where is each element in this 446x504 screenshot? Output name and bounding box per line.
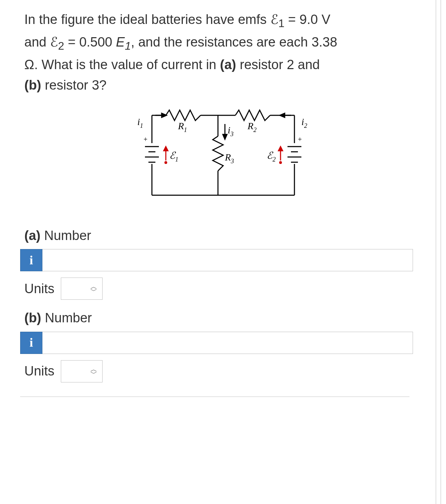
page-border-right-2 [440,0,441,504]
circuit-figure: + + i1 i2 i3 R1 R2 R3 ℰ1 ℰ2 [24,105,425,213]
part-b-units-row: Units ︿﹀ [24,360,425,382]
part-a-number-input[interactable] [42,249,413,271]
part-b-label: (b) Number [24,309,425,327]
part-b-units-label: Units [24,362,55,380]
info-icon: i [30,334,33,351]
emf1-value: 9.0 V [300,12,331,27]
label-i3: i3 [228,125,234,138]
plus-left: + [144,135,147,143]
svg-marker-12 [164,147,168,151]
part-b-tag: (b) [24,311,41,325]
part-a-number-row: i [20,249,413,271]
e1-sub: 1 [125,40,131,52]
part-a-tag: (a) [24,228,40,243]
part-a-inline: (a) [220,57,236,72]
part-b-units-select[interactable]: ︿﹀ [61,360,103,382]
svg-marker-2 [223,134,227,139]
emf2-sub: 2 [58,40,64,52]
info-icon: i [30,251,33,269]
label-r2: R2 [247,121,257,133]
plus-right: + [298,135,302,143]
svg-marker-1 [280,113,285,117]
circuit-svg: + + i1 i2 i3 R1 R2 R3 ℰ1 ℰ2 [121,105,329,213]
emf2-symbol: ℰ [50,35,58,49]
info-button-b[interactable]: i [20,332,42,354]
q-text: In the figure the ideal batteries have e… [24,12,270,27]
q-text: and [24,35,50,49]
part-a-units-row: Units ︿﹀ [24,278,425,300]
chevron-up-down-icon: ︿﹀ [90,367,97,375]
part-b-word: Number [45,311,92,325]
bottom-divider [20,396,409,397]
e1-symbol: E [116,35,125,49]
part-a-word: Number [44,228,91,243]
info-button-a[interactable]: i [20,249,42,271]
q-text: resistor 2 and [236,57,320,72]
q-text: , and the resistances are each 3.38 [131,35,338,49]
svg-marker-0 [162,113,167,117]
part-a-units-label: Units [24,280,55,298]
label-e1: ℰ1 [169,150,178,163]
q-text: Ω. What is the value of current in [24,57,220,72]
svg-marker-15 [278,147,283,151]
label-r3: R3 [225,152,234,165]
part-b-number-input[interactable] [42,332,413,354]
question-text: In the figure the ideal batteries have e… [24,10,425,94]
part-a-label: (a) Number [24,226,425,245]
page-border-right-1 [436,0,436,504]
chevron-up-down-icon: ︿﹀ [90,284,97,293]
emf1-symbol: ℰ [270,12,278,27]
svg-point-13 [164,161,167,164]
emf2-eq: = 0.500 [64,35,116,49]
emf1-sub: 1 [278,17,285,30]
q-text: resistor 3? [41,78,107,92]
part-b-number-row: i [20,332,413,354]
part-a-units-select[interactable]: ︿﹀ [61,278,103,300]
label-e2: ℰ2 [267,150,276,163]
eq: = [284,12,299,27]
label-i1: i1 [137,116,143,129]
label-r1: R1 [178,121,187,133]
part-b-inline: (b) [24,78,41,92]
label-i2: i2 [301,116,307,129]
svg-point-16 [279,161,282,164]
